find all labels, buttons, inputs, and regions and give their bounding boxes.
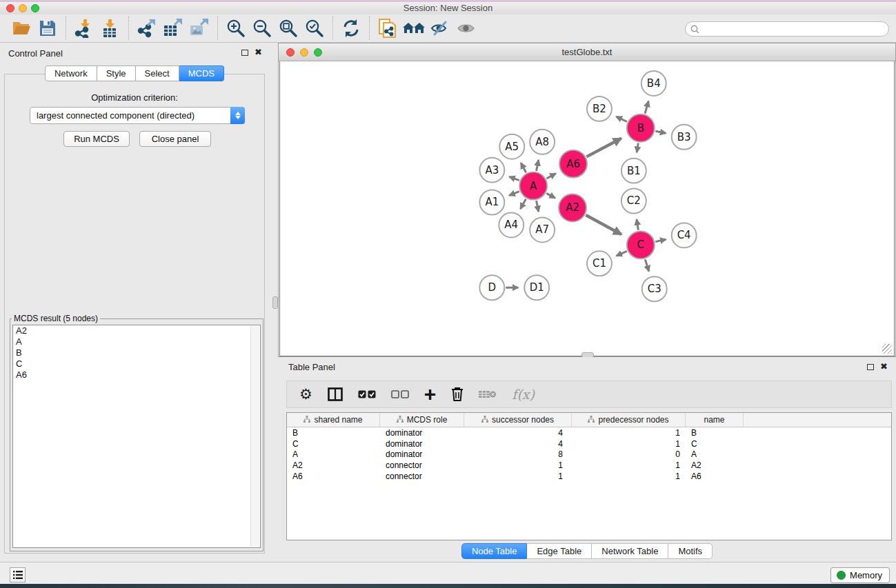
network-canvas[interactable]: B4B2BB3A5A8A6B1A3AC2A1A2A4A7C4CC1C3DD1 <box>279 61 895 356</box>
add-column-icon[interactable]: + <box>424 384 437 405</box>
column-header-predecessor-nodes[interactable]: predecessor nodes <box>572 413 686 427</box>
graph-node-C2[interactable]: C2 <box>621 189 646 214</box>
graph-node-D[interactable]: D <box>479 275 504 300</box>
zoom-fit-icon[interactable] <box>275 17 301 40</box>
save-session-icon[interactable] <box>34 17 61 40</box>
graph-node-C1[interactable]: C1 <box>587 251 612 276</box>
tab-node-table[interactable]: Node Table <box>461 543 528 559</box>
graph-edge-B-B2[interactable] <box>616 116 627 121</box>
column-header-mcds-role[interactable]: MCDS role <box>380 413 464 427</box>
run-mcds-button[interactable]: Run MCDS <box>63 131 130 147</box>
graph-node-B2[interactable]: B2 <box>587 97 612 121</box>
graph-node-A[interactable]: A <box>519 172 547 200</box>
import-table-icon[interactable] <box>97 17 123 40</box>
table-row[interactable]: A6connector11A6 <box>287 471 891 482</box>
graph-node-A7[interactable]: A7 <box>530 217 555 242</box>
select-all-icon[interactable] <box>358 384 376 405</box>
graph-node-A4[interactable]: A4 <box>499 212 524 237</box>
graph-node-B[interactable]: B <box>627 114 655 142</box>
graph-node-A6[interactable]: A6 <box>559 150 587 178</box>
close-panel-button[interactable]: Close panel <box>139 131 211 147</box>
graph-node-A5[interactable]: A5 <box>499 134 524 159</box>
tab-mcds[interactable]: MCDS <box>179 65 224 81</box>
close-panel-icon[interactable]: ✖ <box>255 49 262 56</box>
graph-edge-A-A7[interactable] <box>537 201 539 212</box>
zoom-selected-icon[interactable] <box>301 17 328 40</box>
graph-node-C3[interactable]: C3 <box>642 276 667 301</box>
graph-edge-A-A4[interactable] <box>520 199 526 209</box>
task-history-button[interactable] <box>10 567 26 582</box>
graph-edge-A-A8[interactable] <box>537 160 539 171</box>
export-network-icon[interactable] <box>134 17 160 40</box>
graph-edge-A-A3[interactable] <box>509 176 519 180</box>
memory-button[interactable]: Memory <box>830 567 890 583</box>
refresh-icon[interactable] <box>338 17 364 40</box>
search-field[interactable] <box>685 21 889 37</box>
zoom-in-icon[interactable] <box>223 17 249 40</box>
column-header-successor-nodes[interactable]: successor nodes <box>464 413 572 427</box>
close-network-icon[interactable] <box>286 48 295 57</box>
export-image-icon[interactable] <box>186 17 212 40</box>
graph-node-D1[interactable]: D1 <box>524 275 549 300</box>
graph-node-C4[interactable]: C4 <box>672 223 697 247</box>
column-header-name[interactable]: name <box>686 413 744 427</box>
graph-edge-C-C2[interactable] <box>637 219 638 230</box>
graph-edge-A-A1[interactable] <box>509 192 519 196</box>
graph-edge-A-A6[interactable] <box>546 174 555 179</box>
node-table[interactable]: shared nameMCDS rolesuccessor nodesprede… <box>286 412 892 540</box>
close-window-icon[interactable] <box>6 4 14 12</box>
split-divider-handle[interactable] <box>272 296 278 309</box>
graph-edge-B-B1[interactable] <box>637 143 638 152</box>
graph-edge-B-B3[interactable] <box>655 131 666 133</box>
show-all-icon[interactable] <box>453 17 479 40</box>
mcds-result-list[interactable]: A2ABCA6 <box>12 325 261 548</box>
graph-node-B3[interactable]: B3 <box>672 125 697 150</box>
maximize-window-icon[interactable] <box>31 4 39 12</box>
graph-edge-B-B4[interactable] <box>645 101 648 114</box>
table-row[interactable]: Cdominator41C <box>287 438 891 449</box>
maximize-network-icon[interactable] <box>314 48 322 57</box>
result-item[interactable]: C <box>13 358 260 369</box>
search-input[interactable] <box>702 23 888 35</box>
duplicate-network-icon[interactable] <box>375 17 401 40</box>
criterion-select[interactable]: largest connected component (directed) <box>30 107 245 124</box>
first-neighbors-icon[interactable] <box>401 17 427 40</box>
table-row[interactable]: A2connector11A2 <box>287 460 891 471</box>
graph-node-A8[interactable]: A8 <box>530 130 555 154</box>
result-item[interactable]: A <box>13 336 260 347</box>
import-network-icon[interactable] <box>71 17 97 40</box>
delete-column-icon[interactable] <box>451 384 464 405</box>
tab-motifs[interactable]: Motifs <box>668 543 713 559</box>
close-panel-icon[interactable]: ✖ <box>880 363 888 370</box>
hide-selected-icon[interactable] <box>427 17 453 40</box>
open-file-icon[interactable] <box>8 17 34 40</box>
resize-grip-icon[interactable] <box>882 344 892 354</box>
export-table-icon[interactable] <box>160 17 186 40</box>
minimize-network-icon[interactable] <box>300 48 308 57</box>
deselect-all-icon[interactable] <box>391 384 409 405</box>
network-window-titlebar[interactable]: testGlobe.txt <box>279 43 895 61</box>
graph-node-C[interactable]: C <box>627 231 655 258</box>
tab-network-table[interactable]: Network Table <box>592 543 668 559</box>
minimize-window-icon[interactable] <box>19 4 27 12</box>
column-header-shared-name[interactable]: shared name <box>287 413 380 427</box>
select-stepper-icon[interactable] <box>230 107 245 124</box>
app-titlebar[interactable]: Session: New Session <box>0 2 896 14</box>
tab-select[interactable]: Select <box>136 65 179 81</box>
result-item[interactable]: A2 <box>13 325 260 336</box>
graph-edge-A-A2[interactable] <box>546 193 555 198</box>
table-row[interactable]: Bdominator41B <box>287 427 891 438</box>
network-graph[interactable]: B4B2BB3A5A8A6B1A3AC2A1A2A4A7C4CC1C3DD1 <box>280 61 894 356</box>
graph-edge-A-A5[interactable] <box>521 163 526 172</box>
result-item[interactable]: B <box>13 347 260 358</box>
zoom-out-icon[interactable] <box>249 17 275 40</box>
graph-node-A1[interactable]: A1 <box>479 190 504 215</box>
graph-node-A2[interactable]: A2 <box>559 194 586 222</box>
graph-edge-C-C3[interactable] <box>645 259 648 271</box>
graph-edge-C-C4[interactable] <box>655 239 666 241</box>
table-settings-icon[interactable]: ⚙ <box>299 384 312 405</box>
float-panel-icon[interactable] <box>241 50 248 56</box>
graph-edge-C-C1[interactable] <box>617 251 627 256</box>
column-view-icon[interactable] <box>328 384 343 405</box>
graph-node-B1[interactable]: B1 <box>621 159 646 183</box>
